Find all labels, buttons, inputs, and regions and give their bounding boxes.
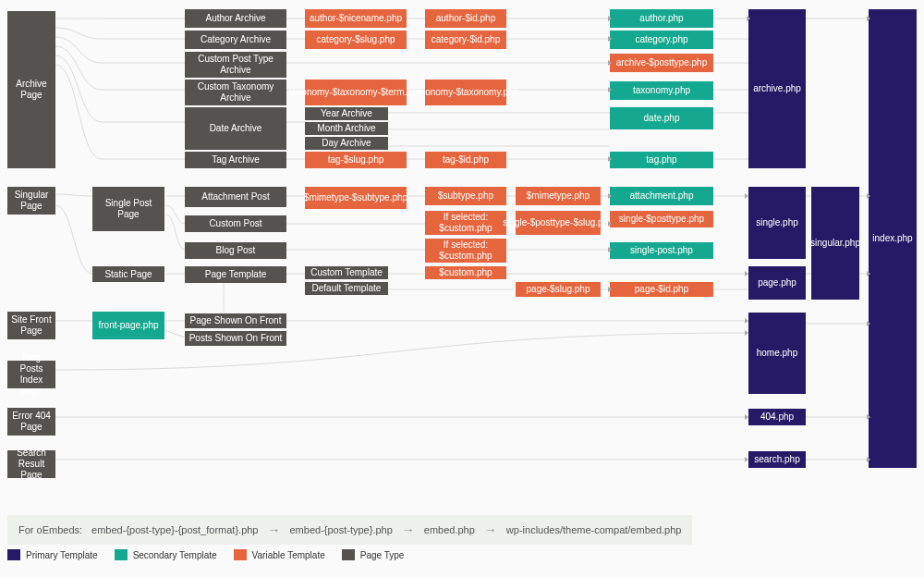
- node-page-template: Page Template: [185, 266, 286, 283]
- node-static-page: Static Page: [92, 266, 164, 282]
- node-date-archive: Date Archive: [185, 107, 286, 150]
- oembed-step-1: embed-{post-type}-{post_format}.php: [91, 524, 258, 535]
- arrow-icon: →: [268, 522, 281, 537]
- arrow-icon: →: [484, 522, 497, 537]
- node-single-php: single.php: [748, 187, 806, 259]
- node-page-php: page.php: [748, 266, 806, 300]
- node-category-php: category.php: [610, 31, 713, 49]
- node-taxonomy-tax: taxonomy-$taxonomy.php: [425, 80, 506, 105]
- node-cpt-archive: Custom Post Type Archive: [185, 52, 286, 78]
- node-ctt-archive: Custom Taxonomy Archive: [185, 80, 286, 105]
- node-error-404: Error 404 Page: [7, 408, 55, 436]
- node-if-selected-2: If selected: $custom.php: [425, 239, 506, 263]
- node-page-id: page-$id.php: [610, 282, 713, 297]
- oembed-label: For oEmbeds:: [18, 524, 82, 535]
- oembed-step-3: embed.php: [424, 524, 475, 535]
- node-blog-post: Blog Post: [185, 242, 286, 259]
- legend-variable: Variable Template: [234, 549, 325, 560]
- node-day-archive: Day Archive: [305, 137, 388, 150]
- node-year-archive: Year Archive: [305, 107, 388, 120]
- node-single-posttype: single-$posttype.php: [610, 211, 713, 227]
- node-archive-php: archive.php: [748, 9, 806, 168]
- node-tag-slug: tag-$slug.php: [305, 152, 407, 168]
- node-category-archive: Category Archive: [185, 31, 286, 49]
- node-single-post-page: Single Post Page: [92, 187, 164, 231]
- node-search-result: Search Result Page: [7, 450, 55, 478]
- node-index-php: index.php: [869, 9, 917, 468]
- node-taxonomy-php: taxonomy.php: [610, 81, 713, 100]
- node-site-front-page: Site Front Page: [7, 312, 55, 339]
- node-mimetype-subtype: $mimetype-$subtype.php: [305, 187, 407, 209]
- node-404-php: 404.php: [748, 409, 806, 425]
- node-author-id: author-$id.php: [425, 9, 506, 28]
- node-if-selected-1: If selected: $custom.php: [425, 211, 506, 235]
- node-month-archive: Month Archive: [305, 122, 388, 135]
- node-search-php: search.php: [748, 451, 806, 468]
- node-custom-post: Custom Post: [185, 215, 286, 232]
- node-default-template: Default Template: [305, 282, 388, 295]
- legend-secondary: Secondary Template: [115, 549, 217, 560]
- node-single-posttype-slug: single-$posttype-$slug.php: [516, 211, 601, 235]
- node-tag-archive: Tag Archive: [185, 152, 286, 168]
- node-date-php: date.php: [610, 107, 713, 129]
- node-taxonomy-term: taxonomy-$taxonomy-$term.php: [305, 80, 407, 105]
- node-archive-page: Archive Page: [7, 11, 55, 168]
- legend-primary: Primary Template: [7, 549, 98, 560]
- node-category-slug: category-$slug.php: [305, 31, 407, 49]
- node-page-shown-front: Page Shown On Front: [185, 313, 286, 328]
- legend-pagetype: Page Type: [342, 549, 405, 560]
- template-hierarchy-diagram: Archive Page Singular Page Site Front Pa…: [0, 0, 924, 577]
- node-author-archive: Author Archive: [185, 9, 286, 28]
- node-tag-php: tag.php: [610, 152, 713, 168]
- node-blog-posts-index: Blog Posts Index page: [7, 361, 55, 388]
- node-attachment-post: Attachment Post: [185, 187, 286, 207]
- node-category-id: category-$id.php: [425, 31, 506, 49]
- arrow-icon: →: [402, 522, 415, 537]
- oembed-footer: For oEmbeds: embed-{post-type}-{post_for…: [7, 515, 692, 545]
- node-front-page-php: front-page.php: [92, 312, 164, 339]
- node-mimetype: $mimetype.php: [516, 187, 601, 205]
- node-archive-posttype: archive-$posttype.php: [610, 54, 713, 72]
- oembed-step-2: embed-{post-type}.php: [290, 524, 393, 535]
- node-author-php: author.php: [610, 9, 713, 28]
- node-attachment-php: attachment.php: [610, 187, 713, 205]
- node-author-nicename: author-$nicename.php: [305, 9, 407, 28]
- node-custom-php: $custom.php: [425, 266, 506, 279]
- oembed-step-4: wp-includes/theme-compat/embed.php: [506, 524, 682, 535]
- node-tag-id: tag-$id.php: [425, 152, 506, 168]
- node-home-php: home.php: [748, 313, 806, 394]
- node-posts-shown-front: Posts Shown On Front: [185, 331, 286, 346]
- node-subtype: $subtype.php: [425, 187, 506, 205]
- node-single-post-php: single-post.php: [610, 242, 713, 259]
- node-singular-php: singular.php: [811, 187, 859, 300]
- node-custom-template: Custom Template: [305, 266, 388, 279]
- node-page-slug: page-$slug.php: [516, 282, 601, 297]
- legend: Primary Template Secondary Template Vari…: [7, 549, 404, 560]
- node-singular-page: Singular Page: [7, 187, 55, 215]
